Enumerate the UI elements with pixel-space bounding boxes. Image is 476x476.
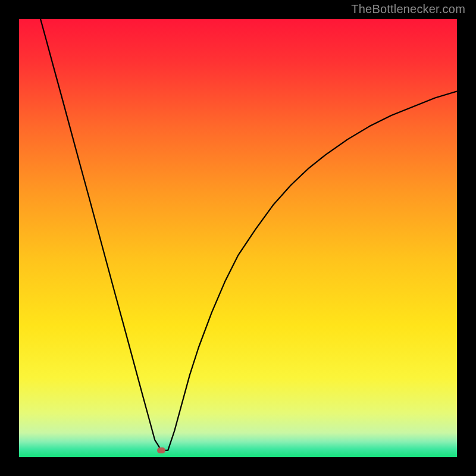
- plot-area: [19, 19, 457, 457]
- watermark-text: TheBottlenecker.com: [351, 2, 465, 16]
- chart-frame: TheBottlenecker.com: [0, 0, 476, 476]
- bottleneck-curve: [19, 19, 457, 457]
- optimal-point-marker: [157, 447, 165, 453]
